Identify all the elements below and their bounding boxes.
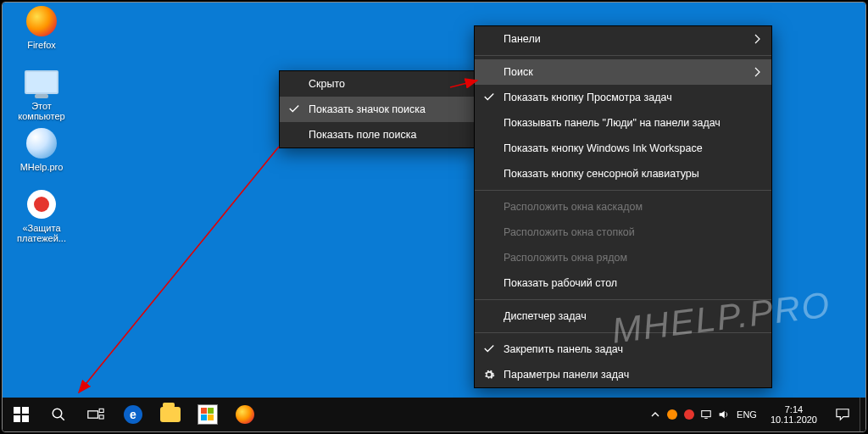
menu-item-label: Расположить окна рядом: [504, 252, 627, 264]
menu-item-cascade: Расположить окна каскадом: [475, 194, 771, 220]
show-desktop-peek[interactable]: [860, 398, 865, 431]
submenu-item-show-search-icon[interactable]: Показать значок поиска: [280, 97, 475, 122]
menu-item-label: Поиск: [504, 66, 533, 78]
menu-item-ink-workspace[interactable]: Показать кнопку Windows Ink Workspace: [475, 136, 771, 161]
folder-icon: [160, 407, 181, 422]
tray-clock[interactable]: 7:14 10.11.2020: [762, 404, 826, 425]
menu-separator: [475, 55, 771, 56]
task-view-icon: [87, 408, 104, 421]
desktop-icon-this-pc[interactable]: Этот компьютер: [11, 65, 72, 121]
this-pc-icon: [25, 65, 58, 99]
menu-item-label: Панели: [504, 33, 541, 45]
taskbar[interactable]: e ENG 7:14 10.11.2020: [3, 398, 865, 431]
menu-item-label: Параметры панели задач: [504, 369, 629, 381]
menu-item-label: Диспетчер задач: [504, 310, 587, 322]
menu-separator: [475, 332, 771, 333]
start-button[interactable]: [3, 398, 40, 431]
firefox-icon: [25, 4, 58, 38]
menu-item-label: Показывать панель "Люди" на панели задач: [504, 117, 721, 129]
store-icon: [198, 404, 218, 425]
menu-item-label: Расположить окна каскадом: [504, 201, 643, 213]
task-view-button[interactable]: [77, 398, 114, 431]
menu-item-people[interactable]: Показывать панель "Люди" на панели задач: [475, 110, 771, 136]
menu-item-lock-taskbar[interactable]: Закрепить панель задач: [475, 337, 771, 362]
menu-item-task-view-button[interactable]: Показать кнопку Просмотра задач: [475, 85, 771, 110]
svg-point-2: [53, 409, 62, 418]
tray-volume-button[interactable]: [715, 398, 732, 431]
gear-icon: [483, 369, 495, 381]
menu-item-label: Показать значок поиска: [309, 103, 426, 115]
check-icon: [288, 103, 300, 114]
menu-item-label: Закрепить панель задач: [504, 343, 623, 355]
menu-item-taskbar-settings[interactable]: Параметры панели задач: [475, 362, 771, 387]
menu-item-label: Расположить окна стопкой: [504, 226, 635, 238]
taskbar-context-menu: Панели Поиск Показать кнопку Просмотра з…: [474, 25, 772, 388]
taskbar-app-firefox[interactable]: [226, 398, 264, 431]
edge-icon: e: [124, 405, 142, 424]
tray-overflow-button[interactable]: [647, 398, 664, 431]
menu-item-touch-keyboard[interactable]: Показать кнопку сенсорной клавиатуры: [475, 161, 771, 186]
svg-rect-7: [702, 411, 711, 417]
tray-network-button[interactable]: [698, 398, 715, 431]
menu-item-label: Скрыто: [309, 78, 345, 90]
chevron-right-icon: [753, 67, 761, 77]
tray-time: 7:14: [771, 404, 817, 415]
desktop-icon-label: Firefox: [11, 40, 72, 60]
menu-item-label: Показать поле поиска: [309, 129, 416, 141]
tray-dot-icon: [667, 409, 677, 420]
globe-icon: [25, 126, 58, 160]
desktop-icon-label: MHelp.pro: [11, 162, 72, 182]
menu-item-label: Показать кнопку Windows Ink Workspace: [504, 142, 703, 154]
menu-item-stack: Расположить окна стопкой: [475, 220, 771, 245]
tray-app-icon[interactable]: [681, 398, 698, 431]
chevron-up-icon: [651, 410, 659, 419]
svg-line-3: [60, 416, 64, 420]
menu-item-toolbars[interactable]: Панели: [475, 26, 771, 52]
notification-icon: [835, 408, 850, 421]
desktop-icon-mhelp[interactable]: MHelp.pro: [11, 126, 72, 182]
windows-logo-icon: [14, 407, 29, 422]
svg-line-0: [79, 147, 279, 392]
desktop-icon-label: Этот компьютер: [11, 101, 72, 121]
svg-rect-4: [88, 411, 98, 418]
tray-dot-icon: [684, 409, 694, 420]
desktop-icon-firefox[interactable]: Firefox: [11, 4, 72, 60]
search-submenu: Скрыто Показать значок поиска Показать п…: [279, 70, 476, 148]
firefox-icon: [236, 405, 254, 424]
taskbar-search-button[interactable]: [40, 398, 77, 431]
action-center-button[interactable]: [826, 398, 860, 431]
menu-item-search[interactable]: Поиск: [475, 59, 771, 85]
desktop[interactable]: Firefox Этот компьютер MHelp.pro «Защита…: [3, 3, 865, 398]
system-tray: ENG 7:14 10.11.2020: [647, 398, 865, 431]
taskbar-app-edge[interactable]: e: [114, 398, 152, 431]
menu-separator: [475, 299, 771, 300]
menu-item-label: Показать кнопку сенсорной клавиатуры: [504, 168, 699, 180]
payments-shield-icon: [25, 187, 58, 221]
tray-language-button[interactable]: ENG: [732, 409, 762, 420]
screenshot-frame: Firefox Этот компьютер MHelp.pro «Защита…: [2, 2, 866, 432]
svg-rect-5: [99, 409, 103, 412]
network-icon: [700, 409, 712, 420]
menu-separator: [475, 190, 771, 191]
tray-date: 10.11.2020: [771, 415, 817, 425]
menu-item-label: Показать кнопку Просмотра задач: [504, 92, 672, 103]
desktop-icon-label: «Защита платежей...: [11, 223, 72, 243]
menu-item-task-manager[interactable]: Диспетчер задач: [475, 303, 771, 329]
menu-item-show-desktop[interactable]: Показать рабочий стол: [475, 270, 771, 296]
desktop-icon-safe-payments[interactable]: «Защита платежей...: [11, 187, 72, 243]
tray-app-icon[interactable]: [664, 398, 681, 431]
desktop-icons-column: Firefox Этот компьютер MHelp.pro «Защита…: [11, 3, 72, 248]
submenu-item-hidden[interactable]: Скрыто: [280, 71, 475, 97]
submenu-item-show-search-box[interactable]: Показать поле поиска: [280, 122, 475, 147]
volume-icon: [717, 409, 729, 420]
menu-item-label: Показать рабочий стол: [504, 277, 617, 289]
svg-rect-6: [99, 415, 103, 419]
taskbar-app-store[interactable]: [189, 398, 226, 431]
search-icon: [51, 407, 66, 422]
taskbar-app-explorer[interactable]: [152, 398, 189, 431]
check-icon: [483, 91, 495, 103]
chevron-right-icon: [753, 34, 761, 44]
menu-item-sidebyside: Расположить окна рядом: [475, 245, 771, 270]
check-icon: [483, 342, 495, 354]
